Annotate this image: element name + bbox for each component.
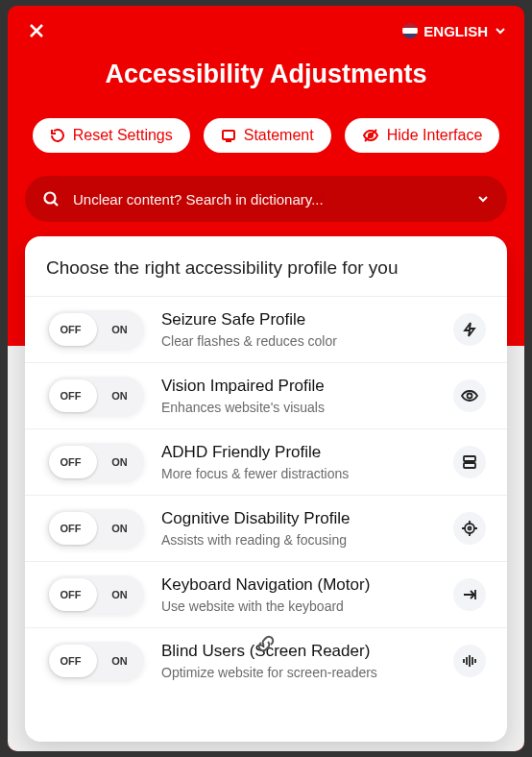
profile-badge [453, 446, 486, 478]
profiles-card: Choose the right accessibility profile f… [25, 236, 507, 742]
profile-title: ADHD Friendly Profile [161, 443, 436, 462]
profile-title: Cognitive Disability Profile [161, 509, 436, 528]
toggle-cognitive[interactable]: OFF ON [46, 509, 144, 548]
audio-wave-icon [461, 652, 478, 670]
reset-label: Reset Settings [73, 127, 173, 144]
profile-desc: Optimize website for screen-readers [161, 665, 436, 680]
toggle-off-label: OFF [46, 324, 95, 335]
toggle-seizure-safe[interactable]: OFF ON [46, 310, 144, 349]
toggle-keyboard[interactable]: OFF ON [46, 575, 144, 614]
toggle-off-label: OFF [46, 523, 95, 534]
profile-row-cognitive: OFF ON Cognitive Disability Profile Assi… [25, 495, 507, 561]
profile-text: Seizure Safe Profile Clear flashes & red… [161, 310, 436, 349]
profile-badge [453, 313, 486, 346]
profile-badge [453, 645, 486, 677]
svg-rect-5 [464, 463, 475, 468]
action-row: Reset Settings Statement Hide Interface [8, 118, 524, 153]
profile-text: Blind Users (Screen Reader) Optimize web… [161, 642, 436, 680]
dictionary-search[interactable] [25, 176, 507, 222]
toggle-off-label: OFF [46, 655, 95, 667]
svg-point-3 [468, 394, 472, 399]
lightning-icon [461, 321, 478, 338]
language-label: ENGLISH [423, 23, 488, 39]
hide-label: Hide Interface [387, 127, 483, 144]
profile-desc: More focus & fewer distractions [161, 466, 436, 481]
svg-point-7 [469, 527, 472, 530]
reset-settings-button[interactable]: Reset Settings [33, 118, 190, 153]
toggle-adhd[interactable]: OFF ON [46, 443, 144, 481]
toggle-on-label: ON [95, 390, 144, 402]
statement-button[interactable]: Statement [204, 118, 331, 153]
language-selector[interactable]: ENGLISH [402, 23, 507, 39]
profile-text: Vision Impaired Profile Enhances website… [161, 377, 436, 415]
profile-badge [453, 379, 486, 412]
profile-title: Keyboard Navigation (Motor) [161, 575, 436, 595]
profile-desc: Clear flashes & reduces color [161, 333, 436, 349]
svg-point-2 [45, 193, 56, 204]
search-icon [42, 190, 60, 208]
toggle-off-label: OFF [46, 390, 95, 402]
target-icon [461, 520, 478, 537]
profile-row-seizure-safe: OFF ON Seizure Safe Profile Clear flashe… [25, 296, 507, 362]
link-icon [256, 634, 276, 653]
close-button[interactable] [25, 19, 48, 42]
flag-icon [402, 23, 418, 38]
profile-text: Cognitive Disability Profile Assists wit… [161, 509, 436, 548]
profile-title: Vision Impaired Profile [161, 377, 436, 396]
statement-icon [221, 128, 236, 143]
toggle-on-label: ON [95, 523, 144, 534]
page-title: Accessibility Adjustments [8, 60, 524, 89]
eye-icon [460, 387, 479, 404]
toggle-on-label: ON [95, 589, 144, 600]
chevron-down-icon [494, 24, 507, 37]
profile-badge [453, 512, 486, 545]
svg-rect-4 [464, 456, 475, 461]
profile-badge [453, 578, 486, 611]
profile-text: ADHD Friendly Profile More focus & fewer… [161, 443, 436, 481]
svg-rect-0 [223, 131, 234, 139]
search-input[interactable] [73, 191, 463, 208]
profile-title: Blind Users (Screen Reader) [161, 642, 436, 661]
profile-row-vision-impaired: OFF ON Vision Impaired Profile Enhances … [25, 362, 507, 428]
accessibility-modal: ENGLISH Accessibility Adjustments Reset … [8, 6, 524, 751]
profiles-heading: Choose the right accessibility profile f… [25, 257, 507, 296]
profile-text: Keyboard Navigation (Motor) Use website … [161, 575, 436, 614]
topbar: ENGLISH [8, 6, 524, 48]
chevron-down-icon [476, 192, 490, 206]
profile-row-adhd: OFF ON ADHD Friendly Profile More focus … [25, 428, 507, 495]
profile-desc: Enhances website's visuals [161, 400, 436, 415]
toggle-off-label: OFF [46, 456, 95, 468]
refresh-icon [50, 128, 65, 143]
hide-interface-button[interactable]: Hide Interface [345, 118, 500, 153]
tab-arrow-icon [461, 586, 478, 603]
profile-row-keyboard: OFF ON Keyboard Navigation (Motor) Use w… [25, 561, 507, 627]
toggle-vision-impaired[interactable]: OFF ON [46, 377, 144, 415]
toggle-on-label: ON [95, 655, 144, 667]
toggle-on-label: ON [95, 324, 144, 335]
close-icon [28, 22, 45, 39]
eye-off-icon [362, 128, 379, 143]
focus-frame-icon [461, 453, 478, 471]
statement-label: Statement [244, 127, 314, 144]
svg-point-6 [465, 524, 474, 533]
toggle-blind[interactable]: OFF ON [46, 642, 144, 680]
profile-desc: Assists with reading & focusing [161, 532, 436, 548]
toggle-off-label: OFF [46, 589, 95, 600]
toggle-on-label: ON [95, 456, 144, 468]
profile-desc: Use website with the keyboard [161, 598, 436, 614]
profile-title: Seizure Safe Profile [161, 310, 436, 330]
